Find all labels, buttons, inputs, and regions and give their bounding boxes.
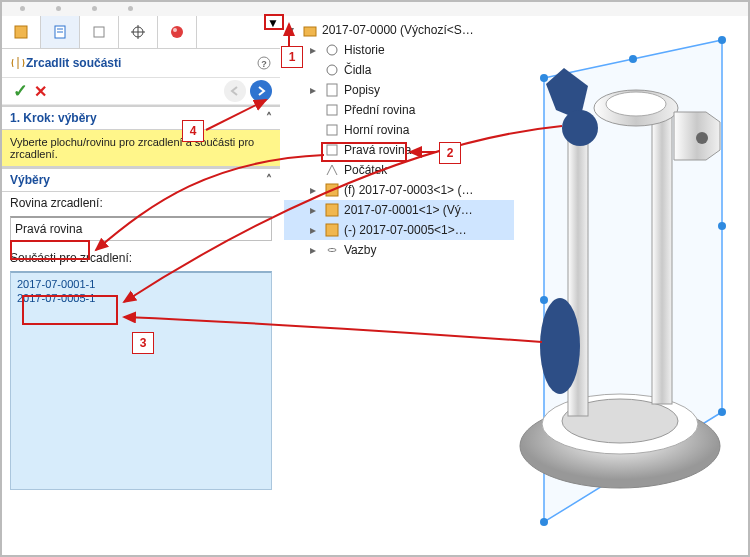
next-button[interactable] <box>250 80 272 102</box>
help-icon[interactable]: ? <box>256 55 272 71</box>
feature-header: Zrcadlit součásti ? <box>2 49 280 78</box>
dropdown-caret-icon[interactable]: ▼ <box>267 16 279 30</box>
arrow-right-icon <box>255 85 267 97</box>
svg-point-27 <box>629 55 637 63</box>
tab-config[interactable] <box>80 16 119 48</box>
svg-text:?: ? <box>261 59 267 69</box>
cube-icon <box>13 24 29 40</box>
arrow-left-icon <box>229 85 241 97</box>
tab-dim[interactable] <box>119 16 158 48</box>
svg-rect-4 <box>94 27 104 37</box>
list-item[interactable]: 2017-07-0001-1 <box>15 277 267 291</box>
tab-appearance[interactable] <box>158 16 197 48</box>
mirror-plane-field[interactable]: Pravá rovina <box>10 216 272 241</box>
back-button[interactable] <box>224 80 246 102</box>
mirror-plane-value: Pravá rovina <box>15 222 82 236</box>
target-icon <box>130 24 146 40</box>
section-label: 1. Krok: výběry <box>10 111 97 125</box>
sheet-icon <box>52 24 68 40</box>
feature-title: Zrcadlit součásti <box>26 56 256 70</box>
svg-point-9 <box>173 28 177 32</box>
hint-text: Vyberte plochu/rovinu pro zrcadlení a so… <box>2 130 280 167</box>
svg-point-26 <box>540 518 548 526</box>
svg-point-40 <box>540 298 580 394</box>
chevron-up-icon: ˄ <box>266 111 272 125</box>
callout-3: 3 <box>132 332 154 354</box>
tab-feature[interactable] <box>2 16 41 48</box>
svg-point-25 <box>718 408 726 416</box>
callout-4: 4 <box>182 120 204 142</box>
svg-point-8 <box>171 26 183 38</box>
section-selections[interactable]: Výběry ˄ <box>2 167 280 192</box>
callout-box-3 <box>22 295 118 325</box>
svg-point-28 <box>718 222 726 230</box>
svg-rect-0 <box>15 26 27 38</box>
model-view[interactable] <box>290 16 750 556</box>
svg-point-30 <box>540 296 548 304</box>
tab-property[interactable] <box>41 16 80 48</box>
callout-box-plane <box>10 240 90 260</box>
ok-button[interactable]: ✓ <box>10 81 30 101</box>
mirror-plane-label: Rovina zrcadlení: <box>2 192 280 214</box>
mirror-icon <box>10 55 26 71</box>
chevron-up-icon: ˄ <box>266 173 272 187</box>
svg-point-38 <box>696 132 708 144</box>
svg-point-24 <box>718 36 726 44</box>
svg-point-39 <box>562 110 598 146</box>
section-label: Výběry <box>10 173 50 187</box>
cancel-button[interactable]: ✕ <box>30 81 50 101</box>
config-icon <box>91 24 107 40</box>
property-tabs <box>2 16 280 49</box>
svg-rect-35 <box>652 116 672 404</box>
ball-icon <box>169 24 185 40</box>
graphics-area[interactable]: ▾2017-07-0000 (Výchozí<S… ▸Historie Čidl… <box>280 16 748 555</box>
callout-2: 2 <box>439 142 461 164</box>
svg-point-23 <box>540 74 548 82</box>
svg-point-37 <box>606 92 666 116</box>
section-step1[interactable]: 1. Krok: výběry ˄ <box>2 105 280 130</box>
callout-1: 1 <box>281 46 303 68</box>
callout-box-2 <box>321 142 407 162</box>
